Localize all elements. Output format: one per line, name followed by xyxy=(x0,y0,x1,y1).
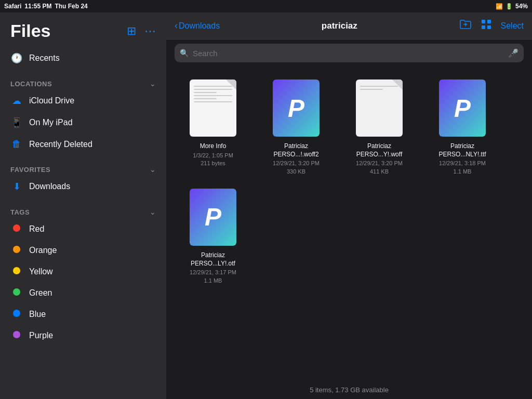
locations-chevron-icon[interactable]: ⌄ xyxy=(150,79,156,88)
sidebar-item-icloud[interactable]: ☁ iCloud Drive xyxy=(0,90,166,112)
text-doc-icon xyxy=(190,79,236,137)
sidebar-item-recents[interactable]: 🕐 Recents xyxy=(0,47,166,69)
file-thumbnail-woff xyxy=(348,77,410,139)
tags-chevron-icon[interactable]: ⌄ xyxy=(150,208,156,216)
carrier-label: Safari xyxy=(4,3,21,10)
downloads-label: Downloads xyxy=(29,182,156,191)
sidebar-item-tag-yellow[interactable]: Yellow xyxy=(0,261,166,282)
file-item-otf[interactable]: P PatriciazPERSO...LY!.otf 12/29/21, 3:1… xyxy=(177,186,249,285)
tag-orange-label: Orange xyxy=(29,246,156,255)
sidebar-toggle-button[interactable]: ⊞ xyxy=(127,24,136,38)
icloud-label: iCloud Drive xyxy=(29,96,156,105)
search-bar: 🔍 🎤 xyxy=(175,44,524,62)
file-date-ttf: 12/29/21, 3:18 PM xyxy=(439,160,486,166)
font-doc-icon-woff xyxy=(356,79,403,137)
view-toggle-button[interactable] xyxy=(480,18,493,34)
select-button[interactable]: Select xyxy=(501,21,524,31)
file-thumbnail-otf: P xyxy=(182,186,244,248)
file-meta-woff2: 12/29/21, 3:20 PM 330 KB xyxy=(260,159,332,176)
doc-line-6 xyxy=(194,101,232,102)
tag-green-label: Green xyxy=(29,288,156,298)
font-doc-icon-ttf: P xyxy=(439,79,486,137)
doc-line-1 xyxy=(194,86,232,87)
time-label: 11:55 PM xyxy=(24,3,51,10)
favorites-chevron-icon[interactable]: ⌄ xyxy=(150,165,156,174)
sidebar-item-ipad[interactable]: 📱 On My iPad xyxy=(0,112,166,134)
file-info-ttf: PatriciazPERSO...NLY!.ttf 12/29/21, 3:18… xyxy=(426,142,499,176)
recents-icon: 🕐 xyxy=(10,52,23,64)
tags-section-title: Tags xyxy=(10,208,30,216)
ipad-icon: 📱 xyxy=(10,117,23,128)
favorites-section: Favorites ⌄ ⬇ Downloads xyxy=(0,157,166,200)
battery-percent: 54% xyxy=(515,3,528,10)
locations-section-header: Locations ⌄ xyxy=(0,73,166,90)
file-item-woff2[interactable]: P PatriciazPERSO...!.woff2 12/29/21, 3:2… xyxy=(260,77,332,176)
tag-red-dot xyxy=(10,223,23,234)
recents-section: 🕐 Recents xyxy=(0,45,166,71)
recents-label: Recents xyxy=(29,54,156,63)
locations-section-title: Locations xyxy=(10,80,52,88)
ipad-label: On My iPad xyxy=(29,118,156,127)
search-container: 🔍 🎤 xyxy=(166,39,532,66)
doc-line-2 xyxy=(194,89,232,90)
font-doc-icon-otf: P xyxy=(190,189,236,246)
tag-orange-dot xyxy=(10,245,23,256)
file-item-ttf[interactable]: P PatriciazPERSO...NLY!.ttf 12/29/21, 3:… xyxy=(426,77,499,176)
p-icon-letter-ttf: P xyxy=(454,94,471,123)
sidebar-item-tag-blue[interactable]: Blue xyxy=(0,303,166,325)
date-label: Thu Feb 24 xyxy=(55,3,87,10)
file-size-otf: 1.1 MB xyxy=(204,277,222,284)
tag-purple-label: Purple xyxy=(29,331,156,340)
file-meta-ttf: 12/29/21, 3:18 PM 1.1 MB xyxy=(426,159,499,176)
sidebar-item-tag-purple[interactable]: Purple xyxy=(0,325,166,346)
file-name-ttf: PatriciazPERSO...NLY!.ttf xyxy=(426,142,499,158)
status-bar-left: Safari 11:55 PM Thu Feb 24 xyxy=(4,3,88,10)
svg-rect-4 xyxy=(482,25,485,29)
tag-red-label: Red xyxy=(29,224,156,234)
nav-actions: Select xyxy=(459,18,524,34)
file-item-woff[interactable]: PatriciazPERSO...Y!.woff 12/29/21, 3:20 … xyxy=(343,77,416,176)
sidebar-item-tag-green[interactable]: Green xyxy=(0,282,166,303)
search-input[interactable] xyxy=(193,49,504,58)
sidebar-item-tag-red[interactable]: Red xyxy=(0,218,166,240)
file-thumbnail-woff2: P xyxy=(265,77,327,139)
file-meta-otf: 12/29/21, 3:17 PM 1.1 MB xyxy=(177,269,249,285)
file-info-woff: PatriciazPERSO...Y!.woff 12/29/21, 3:20 … xyxy=(343,142,416,176)
sidebar-header: Files ⊞ ⋯ xyxy=(0,12,166,45)
file-meta-woff: 12/29/21, 3:20 PM 411 KB xyxy=(343,159,416,176)
tag-green-dot xyxy=(10,287,23,298)
sidebar: Files ⊞ ⋯ 🕐 Recents Locations ⌄ ☁ iCloud… xyxy=(0,12,166,399)
file-size-woff2: 330 KB xyxy=(287,168,305,175)
file-info-otf: PatriciazPERSO...LY!.otf 12/29/21, 3:17 … xyxy=(177,251,249,285)
back-chevron-icon: ‹ xyxy=(175,20,178,31)
file-size-more-info: 211 bytes xyxy=(201,160,225,166)
app-title: Files xyxy=(10,21,50,41)
new-folder-button[interactable] xyxy=(459,18,472,33)
favorites-section-title: Favorites xyxy=(10,166,50,174)
tag-yellow-label: Yellow xyxy=(29,267,156,276)
file-thumbnail-ttf: P xyxy=(431,77,494,139)
more-options-button[interactable]: ⋯ xyxy=(144,24,156,38)
locations-section: Locations ⌄ ☁ iCloud Drive 📱 On My iPad … xyxy=(0,71,166,157)
file-name-woff2: PatriciazPERSO...!.woff2 xyxy=(260,142,332,158)
recently-deleted-label: Recently Deleted xyxy=(29,140,156,149)
file-item-more-info[interactable]: More Info 1/3/22, 1:05 PM 211 bytes xyxy=(177,77,249,176)
file-name-woff: PatriciazPERSO...Y!.woff xyxy=(343,142,416,158)
sidebar-item-tag-orange[interactable]: Orange xyxy=(0,240,166,261)
sidebar-item-recently-deleted[interactable]: 🗑 Recently Deleted xyxy=(0,134,166,155)
nav-title: patriciaz xyxy=(224,21,455,31)
tag-yellow-dot xyxy=(10,266,23,277)
tags-section: Tags ⌄ Red Orange Yellow Green Blue xyxy=(0,200,166,348)
sidebar-item-downloads[interactable]: ⬇ Downloads xyxy=(0,176,166,197)
file-date-woff: 12/29/21, 3:20 PM xyxy=(356,160,403,166)
back-button[interactable]: ‹ Downloads xyxy=(175,20,220,31)
file-name-more-info: More Info xyxy=(177,142,249,151)
download-circle-icon: ⬇ xyxy=(10,181,23,192)
microphone-icon[interactable]: 🎤 xyxy=(508,48,518,58)
p-icon-letter-otf: P xyxy=(205,203,221,231)
search-icon: 🔍 xyxy=(180,49,189,57)
nav-bar: ‹ Downloads patriciaz xyxy=(166,12,532,39)
app-container: Files ⊞ ⋯ 🕐 Recents Locations ⌄ ☁ iCloud… xyxy=(0,12,532,399)
doc-line-4 xyxy=(194,95,232,96)
file-name-otf: PatriciazPERSO...LY!.otf xyxy=(177,251,249,268)
